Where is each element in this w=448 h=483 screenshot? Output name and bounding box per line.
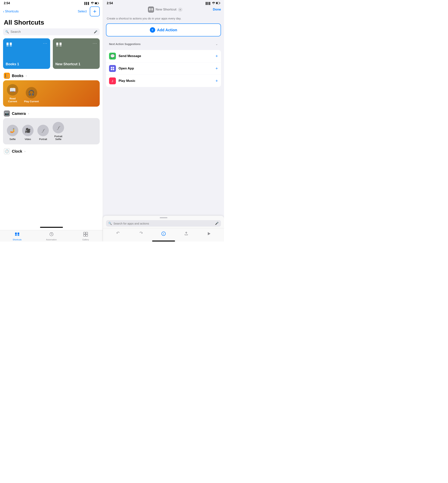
svg-text:i: i (163, 232, 164, 235)
books-banner: 📖 ReadCurrent 🎧 Play Current (3, 80, 100, 107)
suggestions-title-row[interactable]: Next Action Suggestions ⌄ (106, 40, 221, 49)
portrait-action[interactable]: 𝑓 Portrait (37, 125, 49, 141)
back-label: Shortcuts (5, 9, 19, 13)
search-bar[interactable]: 🔍 🎤 (3, 28, 100, 35)
svg-marker-33 (208, 232, 210, 235)
shortcut-icon (148, 7, 154, 13)
svg-rect-22 (220, 3, 220, 4)
clock-chevron-icon: › (24, 150, 25, 153)
info-button[interactable]: i (160, 230, 167, 237)
svg-rect-7 (56, 42, 58, 45)
plus-icon: + (93, 8, 96, 14)
undo-button[interactable] (114, 230, 122, 237)
shortcut-dropdown-button[interactable]: ▾ (178, 8, 183, 12)
card-title-books1: Books 1 (6, 62, 19, 66)
svg-rect-3 (7, 42, 8, 45)
play-music-add-icon[interactable]: + (216, 78, 218, 83)
mic-icon[interactable]: 🎤 (94, 30, 97, 33)
read-label: ReadCurrent (8, 97, 17, 103)
camera-banner: 🤳 Selfie 🎥 Video 𝑓 Portrait 𝑓 PortraitSe… (3, 118, 100, 144)
add-shortcut-button[interactable]: + (90, 7, 100, 16)
books-section-header[interactable]: 📙 Books › (0, 72, 103, 80)
play-music-icon: ♪ (109, 77, 116, 84)
portrait-label: Portrait (39, 138, 47, 141)
clock-section-header[interactable]: 🕐 Clock › (0, 147, 103, 156)
suggestion-send-message[interactable]: 💬 Send Message + (106, 50, 221, 62)
back-chevron-icon: ‹ (3, 9, 4, 14)
portrait-selfie-action[interactable]: 𝑓 PortraitSelfie (53, 122, 64, 141)
svg-rect-25 (149, 10, 151, 11)
svg-rect-21 (216, 2, 218, 4)
svg-rect-30 (113, 69, 114, 70)
svg-rect-16 (83, 232, 85, 234)
svg-rect-5 (7, 46, 8, 46)
bottom-search-input[interactable] (113, 222, 214, 225)
svg-rect-26 (151, 10, 153, 11)
shortcut-card-new1[interactable]: ··· New Shortcut 1 (53, 38, 100, 69)
play-icon: 🎧 (26, 87, 37, 98)
add-action-plus-icon: + (150, 27, 155, 33)
suggestions-header: Next Action Suggestions ⌄ (106, 40, 221, 49)
tab-shortcuts[interactable]: Shortcuts (0, 232, 34, 241)
redo-button[interactable] (137, 230, 145, 237)
read-icon: 📖 (7, 84, 18, 96)
shortcut-card-books1[interactable]: ··· Books 1 (3, 38, 50, 69)
send-message-add-icon[interactable]: + (216, 54, 218, 58)
play-current-action[interactable]: 🎧 Play Current (24, 87, 39, 103)
svg-rect-28 (113, 67, 114, 68)
portrait-selfie-label: PortraitSelfie (54, 135, 62, 141)
suggestions-chevron-icon: ⌄ (216, 42, 218, 46)
suggestion-play-music[interactable]: ♪ Play Music + (106, 75, 221, 87)
left-panel: 2:54 ▌▌▌ ‹ Shortcuts Select + All Shortc… (0, 0, 103, 242)
tab-automation[interactable]: Automation (34, 232, 69, 241)
books-chevron-icon: › (26, 74, 27, 77)
books-title: Books (12, 74, 24, 78)
bottom-toolbar: i (103, 228, 224, 240)
bottom-search-icon: 🔍 (108, 222, 112, 225)
portrait-icon: 𝑓 (37, 125, 49, 136)
suggestion-open-app[interactable]: Open App + (106, 62, 221, 75)
play-button[interactable] (205, 230, 213, 237)
play-label: Play Current (24, 100, 39, 103)
camera-section-header[interactable]: 📷 Camera › (0, 110, 103, 118)
svg-rect-14 (17, 235, 19, 236)
card-menu-icon[interactable]: ··· (43, 41, 48, 45)
svg-rect-12 (17, 233, 19, 235)
svg-rect-23 (149, 8, 151, 10)
suggestions-list: 💬 Send Message + Open App + ♪ Play Music… (106, 50, 221, 87)
svg-rect-1 (95, 2, 97, 4)
select-button[interactable]: Select (78, 9, 87, 13)
svg-rect-13 (15, 235, 17, 236)
send-message-label: Send Message (119, 54, 216, 58)
bottom-search-bar[interactable]: 🔍 🎤 (106, 220, 221, 227)
video-icon: 🎥 (22, 125, 33, 136)
back-button[interactable]: ‹ Shortcuts (3, 9, 19, 14)
card-menu-icon-new[interactable]: ··· (93, 41, 97, 45)
share-button[interactable] (183, 230, 190, 237)
signal-icon: ▌▌▌ (84, 2, 90, 5)
svg-rect-8 (59, 42, 62, 45)
right-battery-icon (216, 1, 220, 5)
open-app-label: Open App (119, 66, 216, 70)
search-input[interactable] (10, 30, 92, 34)
card-icon (6, 41, 13, 48)
shortcut-name: New Shortcut (156, 8, 176, 11)
add-action-button[interactable]: + Add Action (106, 24, 221, 36)
tab-gallery[interactable]: Gallery (68, 232, 103, 241)
svg-rect-9 (56, 46, 58, 46)
svg-rect-19 (86, 234, 88, 236)
shortcuts-grid: ··· Books 1 ··· New Shortcut 1 (0, 38, 103, 72)
svg-rect-11 (15, 233, 17, 235)
clock-icon: 🕐 (4, 148, 10, 154)
camera-title: Camera (12, 111, 26, 116)
selfie-action[interactable]: 🤳 Selfie (7, 125, 18, 141)
portrait-selfie-icon: 𝑓 (53, 122, 64, 133)
svg-rect-18 (83, 234, 85, 236)
svg-rect-29 (111, 69, 112, 70)
video-action[interactable]: 🎥 Video (22, 125, 33, 141)
read-current-action[interactable]: 📖 ReadCurrent (7, 84, 18, 103)
left-time: 2:54 (4, 1, 10, 5)
bottom-mic-icon[interactable]: 🎤 (215, 222, 219, 225)
done-button[interactable]: Done (213, 8, 221, 11)
open-app-add-icon[interactable]: + (216, 66, 218, 71)
